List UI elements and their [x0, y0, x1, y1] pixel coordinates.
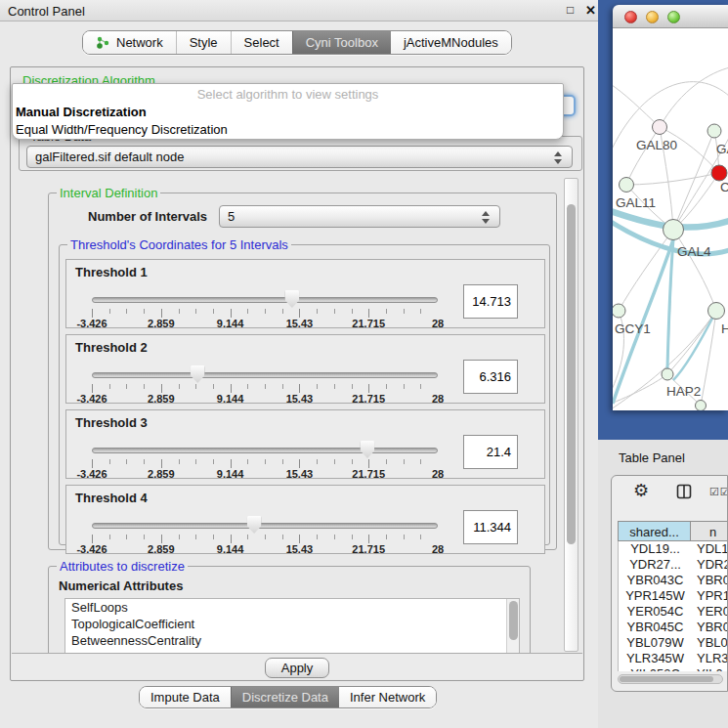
table-row[interactable]: YDR27...YDR2	[619, 557, 728, 573]
network-view-window: GAL80 GA C GAL11 GAL4 GCY1 H HAP2	[613, 5, 728, 410]
svg-text:GCY1: GCY1	[615, 321, 651, 336]
table-horizontal-scrollbar[interactable]	[618, 674, 723, 684]
thresholds-title: Threshold's Coordinates for 5 Intervals	[67, 237, 291, 252]
table-row[interactable]: YDL19...YDL1	[619, 541, 728, 557]
table-header: shared... n	[618, 521, 728, 541]
table-rows: YDL19...YDL1 YDR27...YDR2 YBR043CYBR0 YP…	[618, 541, 728, 671]
list-item[interactable]: SelfLoops	[65, 599, 519, 616]
table-data-combobox[interactable]: galFiltered.sif default node	[26, 146, 573, 168]
table-row[interactable]: YBL079WYBL0	[619, 635, 728, 651]
close-traffic-light[interactable]	[624, 11, 637, 23]
zoom-traffic-light[interactable]	[667, 11, 680, 23]
column-header-name[interactable]: n	[691, 521, 728, 541]
table-row[interactable]: YIL052CYIL0	[619, 666, 728, 671]
threshold-2-value-field[interactable]: 6.316	[463, 360, 518, 394]
slider-thumb[interactable]	[360, 441, 374, 458]
control-panel-titlebar: Control Panel □ ✕	[0, 0, 598, 21]
tab-network[interactable]: Network	[83, 31, 176, 54]
table-panel: Table Panel ⚙ ☑☑ shared... n YDL19...YDL…	[598, 440, 728, 728]
threshold-1-slider[interactable]: -3.426 2.859 9.144 15.43 21.715 28	[88, 285, 442, 328]
threshold-2-slider[interactable]: -3.426 2.859 9.144 15.43 21.715 28	[88, 361, 442, 404]
node-gal80[interactable]	[653, 120, 667, 135]
threshold-1-card: Threshold 1 -3.426 2.859 9.144 15.43 21.…	[65, 259, 545, 328]
apply-button[interactable]: Apply	[265, 658, 329, 678]
threshold-3-slider[interactable]: -3.426 2.859 9.144 15.43 21.715 28	[88, 436, 442, 479]
minimize-traffic-light[interactable]	[646, 11, 659, 23]
checkbox-filter-icons[interactable]: ☑☑	[709, 486, 728, 498]
tab-discretize-data[interactable]: Discretize Data	[231, 687, 339, 707]
close-icon[interactable]: ✕	[585, 3, 599, 18]
gear-icon[interactable]: ⚙	[633, 480, 649, 501]
slider-track[interactable]	[92, 297, 438, 303]
settings-vertical-scrollbar[interactable]	[564, 178, 578, 652]
list-item[interactable]: TopologicalCoefficient	[65, 616, 519, 632]
threshold-4-slider[interactable]: -3.426 2.859 9.144 15.43 21.715 28	[88, 511, 442, 554]
node-gal4[interactable]	[664, 220, 684, 240]
slider-track[interactable]	[92, 448, 438, 453]
algorithm-dropdown-popup: Select algorithm to view settings Manual…	[12, 83, 564, 140]
control-panel-tabs: Network Style Select Cyni Toolbox jActiv…	[82, 30, 512, 55]
table-panel-title: Table Panel	[619, 450, 685, 465]
threshold-4-card: Threshold 4 -3.426 2.859 9.144 15.43 21.…	[65, 485, 545, 554]
column-header-shared-name[interactable]: shared...	[618, 521, 691, 541]
tab-jactivemnodules[interactable]: jActiveMNodules	[391, 31, 511, 54]
tab-select[interactable]: Select	[231, 31, 292, 54]
tab-cyni-toolbox[interactable]: Cyni Toolbox	[292, 31, 391, 54]
numerical-attributes-label: Numerical Attributes	[59, 578, 183, 593]
threshold-4-value-field[interactable]: 11.344	[463, 510, 518, 544]
scrollbar-thumb[interactable]	[620, 676, 713, 682]
threshold-3-value-field[interactable]: 21.4	[463, 435, 518, 469]
slider-thumb[interactable]	[284, 290, 299, 308]
threshold-2-card: Threshold 2 -3.426 2.859 9.144 15.43 21.…	[65, 334, 545, 404]
number-of-intervals-value: 5	[228, 209, 235, 224]
panel-title: Control Panel	[8, 4, 85, 19]
scrollbar-thumb[interactable]	[567, 204, 576, 544]
algorithm-prompt: Select algorithm to view settings	[13, 86, 563, 104]
table-row[interactable]: YER054CYER0	[619, 604, 728, 620]
node-gal11[interactable]	[620, 178, 634, 193]
control-panel: Control Panel □ ✕ Network Style Select C…	[0, 0, 598, 728]
network-canvas[interactable]: GAL80 GA C GAL11 GAL4 GCY1 H HAP2	[613, 28, 728, 410]
list-scrollbar[interactable]	[506, 599, 519, 653]
network-window-titlebar[interactable]	[613, 5, 728, 28]
tab-style[interactable]: Style	[176, 31, 231, 54]
algorithm-option-manual[interactable]: Manual Discretization	[13, 104, 563, 121]
apply-row: Apply	[12, 653, 582, 679]
slider-thumb[interactable]	[191, 365, 205, 383]
algorithm-option-equal-width[interactable]: Equal Width/Frequency Discretization	[13, 121, 563, 139]
number-of-intervals-combobox[interactable]: 5	[219, 205, 500, 228]
node-gcy1[interactable]	[613, 304, 625, 318]
svg-text:H: H	[721, 321, 728, 336]
slider-scale: -3.426 2.859 9.144 15.43 21.715 28	[92, 535, 438, 554]
node[interactable]	[696, 401, 707, 411]
svg-text:GAL4: GAL4	[677, 244, 711, 259]
attributes-group: Attributes to discretize Numerical Attri…	[48, 566, 531, 653]
table-row[interactable]: YLR345WYLR3	[619, 651, 728, 666]
slider-track[interactable]	[92, 523, 438, 529]
table-panel-box: ⚙ ☑☑ shared... n YDL19...YDL1 YDR27...YD…	[611, 475, 728, 692]
table-row[interactable]: YBR043CYBR0	[619, 573, 728, 588]
table-row[interactable]: YPR145WYPR1	[619, 588, 728, 604]
node-hap2[interactable]	[662, 368, 673, 380]
network-graph: GAL80 GA C GAL11 GAL4 GCY1 H HAP2	[613, 28, 728, 410]
slider-thumb[interactable]	[247, 516, 262, 534]
node[interactable]	[707, 124, 721, 138]
tab-infer-network[interactable]: Infer Network	[339, 687, 436, 707]
list-item[interactable]: BetweennessCentrality	[65, 632, 519, 649]
table-row[interactable]: YBR045CYBR0	[619, 620, 728, 635]
column-layout-icon[interactable]	[676, 484, 692, 499]
table-data-group: Table Data galFiltered.sif default node	[19, 136, 582, 171]
threshold-1-value-field[interactable]: 14.713	[463, 284, 518, 319]
float-window-icon[interactable]: □	[567, 3, 579, 18]
node[interactable]	[708, 303, 725, 320]
slider-track[interactable]	[92, 372, 438, 378]
network-graph-icon	[96, 35, 110, 50]
node-selected-red[interactable]	[711, 165, 727, 181]
thresholds-group: Threshold's Coordinates for 5 Intervals …	[59, 244, 550, 545]
slider-scale: -3.426 2.859 9.144 15.43 21.715 28	[92, 309, 438, 328]
svg-text:GAL80: GAL80	[636, 138, 677, 152]
tab-impute-data[interactable]: Impute Data	[140, 687, 231, 707]
node-attribute-table: shared... n YDL19...YDL1 YDR27...YDR2 YB…	[618, 521, 728, 671]
interval-definition-title: Interval Definition	[57, 186, 160, 200]
settings-scroll-area: Interval Definition Number of Intervals …	[15, 177, 558, 653]
